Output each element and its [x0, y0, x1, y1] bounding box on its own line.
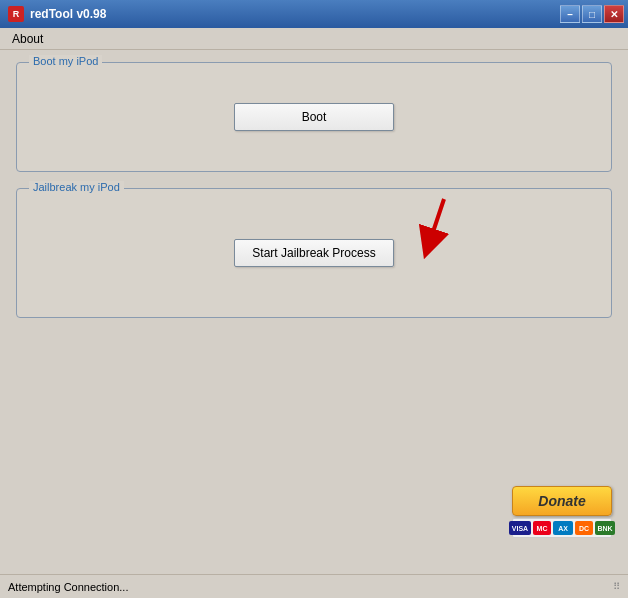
svg-line-1	[429, 199, 444, 244]
donate-area: Donate VISA MC AX DC BNK	[512, 486, 612, 538]
app-icon: R	[8, 6, 24, 22]
title-bar-left: R redTool v0.98	[8, 6, 106, 22]
resize-grip: ⠿	[613, 581, 620, 592]
bank-card-icon: BNK	[595, 521, 615, 535]
boot-group: Boot my iPod Boot	[16, 62, 612, 172]
red-arrow-icon	[384, 194, 464, 264]
mc-card-icon: MC	[533, 521, 551, 535]
boot-group-title: Boot my iPod	[29, 55, 102, 67]
status-message: Attempting Connection...	[8, 581, 128, 593]
restore-button[interactable]: □	[582, 5, 602, 23]
visa-card-icon: VISA	[509, 521, 531, 535]
amex-card-icon: AX	[553, 521, 573, 535]
boot-button[interactable]: Boot	[234, 103, 394, 131]
menu-item-about[interactable]: About	[4, 30, 51, 48]
disc-card-icon: DC	[575, 521, 593, 535]
jailbreak-button[interactable]: Start Jailbreak Process	[234, 239, 394, 267]
status-bar: Attempting Connection... ⠿	[0, 574, 628, 598]
close-button[interactable]: ✕	[604, 5, 624, 23]
title-bar-controls: – □ ✕	[560, 5, 624, 23]
main-content: Boot my iPod Boot Jailbreak my iPod Star…	[0, 50, 628, 574]
donate-cards: VISA MC AX DC BNK	[512, 518, 612, 538]
minimize-button[interactable]: –	[560, 5, 580, 23]
jailbreak-group: Jailbreak my iPod Start Jailbreak Proces…	[16, 188, 612, 318]
donate-button[interactable]: Donate	[512, 486, 612, 516]
jailbreak-btn-container: Start Jailbreak Process	[234, 239, 394, 267]
title-bar: R redTool v0.98 – □ ✕	[0, 0, 628, 28]
window-title: redTool v0.98	[30, 7, 106, 21]
jailbreak-group-title: Jailbreak my iPod	[29, 181, 124, 193]
menu-bar: About	[0, 28, 628, 50]
